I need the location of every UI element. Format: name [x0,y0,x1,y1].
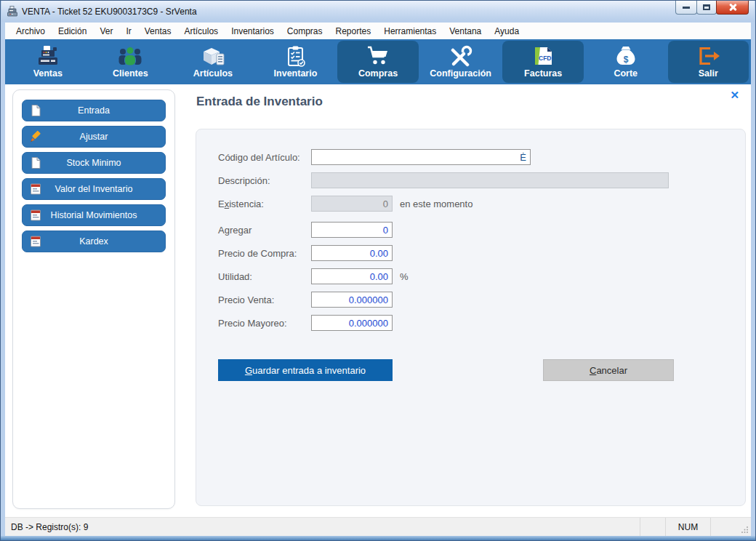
menu-ventas[interactable]: Ventas [138,24,178,39]
main-toolbar: Ventas Clientes [5,39,751,84]
money-bag-icon: $ [613,45,639,67]
entrada-inventario-form: Código del Artículo: Descripción: Existe… [196,129,746,506]
maximize-button[interactable] [696,1,717,15]
toolbar-inventario-label: Inventario [274,68,318,79]
toolbar-ventas-label: Ventas [33,68,63,79]
utilidad-suffix: % [400,271,409,282]
main-pane: Entrada de Inventario ✕ Código del Artíc… [185,84,751,517]
toolbar-corte[interactable]: $ Corte [585,41,667,83]
precio-venta-label: Precio Venta: [218,294,311,305]
app-cash-register-icon [7,6,18,17]
sidebar-item-label: Kardex [79,236,108,247]
toolbar-facturas[interactable]: CFDI Facturas [502,41,584,83]
utilidad-input[interactable] [311,268,393,284]
sidebar-item-ajustar[interactable]: Ajustar [22,126,166,148]
sidebar-item-label: Stock Minimo [66,158,121,168]
content-area: Entrada Ajustar [5,84,751,517]
agregar-input[interactable] [311,222,393,238]
status-cell [710,518,739,536]
status-bar: DB -> Registro(s): 9 NUM [5,517,751,536]
toolbar-corte-label: Corte [614,68,638,79]
precio-compra-label: Precio de Compra: [218,248,311,259]
toolbar-articulos-label: Artículos [193,68,233,79]
precio-mayoreo-input[interactable] [311,315,393,331]
shopping-cart-icon [365,45,391,67]
resize-grip[interactable] [739,518,751,536]
menu-reportes[interactable]: Reportes [329,24,378,39]
sidebar-item-kardex[interactable]: Kardex [22,231,166,252]
codigo-input[interactable] [311,149,531,165]
toolbar-ventas[interactable]: Ventas [7,41,89,83]
sidebar-item-valor-del-inventario[interactable]: Valor del Inventario [22,178,166,200]
menu-herramientas[interactable]: Herramientas [377,24,443,39]
toolbar-clientes-label: Clientes [113,68,148,79]
title-bar: VENTA - Ticket 52 EKU9003173C9 - SrVenta [1,1,755,22]
sidebar-item-entrada[interactable]: Entrada [22,100,166,121]
sidebar-item-stock-minimo[interactable]: Stock Minimo [22,152,166,174]
toolbar-clientes[interactable]: Clientes [90,41,172,83]
close-button[interactable] [716,1,749,15]
window-controls [676,1,749,15]
existencia-label: Existencia: [218,199,311,209]
sidebar-item-label: Ajustar [80,132,108,142]
document-icon [29,104,42,117]
utilidad-label: Utilidad: [218,271,311,282]
precio-compra-input[interactable] [311,245,393,261]
menu-ventana[interactable]: Ventana [443,24,488,39]
app-window: VENTA - Ticket 52 EKU9003173C9 - SrVenta… [0,0,756,541]
inventory-clipboard-icon [282,45,308,67]
menu-ayuda[interactable]: Ayuda [488,24,526,39]
app-client-area: Archivo Edición Ver Ir Ventas Artículos … [5,23,751,536]
dollar-text: $ [623,55,628,65]
menu-inventarios[interactable]: Inventarios [225,24,281,39]
sidebar-item-historial-movimientos[interactable]: Historial Movimientos [22,204,166,226]
agregar-label: Agregar [218,225,311,236]
toolbar-compras[interactable]: Compras [337,41,419,83]
page-title: Entrada de Inventario [196,95,323,109]
toolbar-inventario[interactable]: Inventario [255,41,337,83]
window-bottom-border [1,536,755,540]
cancelar-button[interactable]: Cancelar [543,359,674,381]
articles-box-icon [200,45,226,67]
minimize-icon [683,7,690,9]
report-icon [29,209,42,222]
menu-ver[interactable]: Ver [93,24,119,39]
close-panel-icon[interactable]: ✕ [730,89,739,102]
toolbar-configuracion[interactable]: Configuración [420,41,502,83]
resize-grip-icon [741,526,749,534]
menu-bar: Archivo Edición Ver Ir Ventas Artículos … [5,23,751,39]
toolbar-facturas-label: Facturas [524,68,562,79]
close-icon [728,3,737,12]
descripcion-input [311,172,669,188]
existencia-suffix: en este momento [400,199,472,209]
cfdi-invoice-icon: CFDI [530,45,556,67]
clients-people-icon [117,45,143,67]
menu-compras[interactable]: Compras [281,24,329,39]
toolbar-salir[interactable]: Salir [668,41,749,83]
document-icon [29,156,42,169]
exit-icon [695,45,721,67]
report-icon [29,235,42,248]
window-title: VENTA - Ticket 52 EKU9003173C9 - SrVenta [22,7,197,17]
precio-venta-input[interactable] [311,292,393,308]
maximize-icon [703,4,710,10]
menu-articulos[interactable]: Artículos [177,24,225,39]
menu-archivo[interactable]: Archivo [9,24,52,39]
sidebar-item-label: Valor del Inventario [55,184,133,194]
sidebar-item-label: Historial Movimientos [51,210,137,220]
descripcion-label: Descripción: [218,175,311,186]
pencil-icon [29,130,42,143]
existencia-input [311,196,393,212]
status-cell [640,518,665,536]
toolbar-salir-label: Salir [699,68,718,79]
toolbar-articulos[interactable]: Artículos [172,41,254,83]
minimize-button[interactable] [675,1,697,15]
sidebar: Entrada Ajustar [12,89,175,509]
toolbar-compras-label: Compras [358,68,398,79]
report-icon [29,183,42,196]
menu-ir[interactable]: Ir [119,24,137,39]
num-lock-indicator: NUM [665,518,710,536]
tools-icon [448,45,474,67]
menu-edicion[interactable]: Edición [52,24,93,39]
guardar-entrada-button[interactable]: Guardar entrada a inventario [218,359,393,381]
